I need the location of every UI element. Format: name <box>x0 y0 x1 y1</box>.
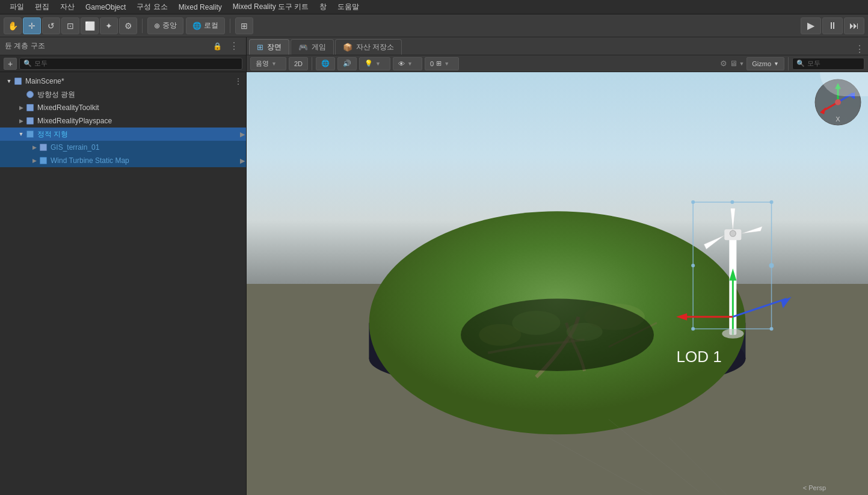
mode-2d-label: 2D <box>294 60 303 67</box>
hand-tool[interactable]: ✋ <box>4 17 22 34</box>
expand-wind-turbine[interactable]: ▶ <box>240 157 245 165</box>
lock-icon[interactable]: 🔒 <box>213 42 222 51</box>
hierarchy-tree: ▼ MainScene* ⋮ 방향성 광원 ▶ <box>0 72 246 495</box>
eye-icon: 👁 <box>398 60 405 67</box>
arrow-gis-terrain: ▶ <box>30 143 38 152</box>
scene-tab-icon: ⊞ <box>257 43 263 52</box>
svg-line-29 <box>669 437 729 495</box>
count-dropdown-icon: ▼ <box>444 61 454 67</box>
settings-icon: ⚙ <box>720 59 727 68</box>
scene-icon-eye[interactable]: 👁 ▼ <box>393 57 422 70</box>
main-content: 듄 계층 구조 🔒 ⋮ + 🔍 모두 ▼ <box>0 37 868 495</box>
icon-wind-turbine <box>38 156 48 165</box>
move-tool[interactable]: ✛ <box>23 17 41 34</box>
arrow-mrplayspace: ▶ <box>17 117 25 125</box>
toolbar-divider-1 <box>142 19 143 33</box>
label-gis-terrain: GIS_terrain_01 <box>51 143 99 152</box>
menu-bar: 파일 편집 자산 GameObject 구성 요소 Mixed Reality … <box>0 0 868 14</box>
hierarchy-add-btn[interactable]: + <box>4 58 17 70</box>
menu-mixed-reality-toolkit[interactable]: Mixed Reality 도구 키트 <box>228 1 314 13</box>
svg-point-7 <box>461 299 654 371</box>
local-icon: 🌐 <box>192 22 202 30</box>
svg-text:X: X <box>836 115 840 123</box>
game-tab-label: 게임 <box>312 42 326 52</box>
menu-help[interactable]: 도움말 <box>333 1 364 13</box>
icon-mrplayspace <box>25 116 35 126</box>
icon-mrkit <box>25 103 35 112</box>
menu-gameobject[interactable]: GameObject <box>81 2 131 13</box>
svg-point-10 <box>770 200 774 204</box>
tab-scene[interactable]: ⊞ 장면 <box>249 39 289 55</box>
asset-tab-label: 자산 저장소 <box>356 42 394 52</box>
rect-tool[interactable]: ⬜ <box>81 17 99 34</box>
scene-icon-light[interactable]: 💡 ▼ <box>359 57 390 70</box>
local-label: 로컬 <box>204 20 218 31</box>
count-icon-2: ⊞ <box>436 60 442 67</box>
menu-assets[interactable]: 자산 <box>55 1 79 13</box>
step-btn[interactable]: ⏭ <box>844 17 864 34</box>
tree-item-light[interactable]: 방향성 광원 <box>0 88 246 101</box>
menu-edit[interactable]: 편집 <box>30 1 54 13</box>
gizmo-select[interactable]: Gizmo ▼ <box>746 57 784 70</box>
svg-point-26 <box>722 329 743 339</box>
scene-panel-more[interactable]: ⋮ <box>851 43 868 55</box>
arrow-light <box>17 90 25 99</box>
rotate-tool[interactable]: ↺ <box>42 17 60 34</box>
transform-tool[interactable]: ✦ <box>100 17 118 34</box>
right-panel: ⊞ 장면 🎮 게임 📦 자산 저장소 ⋮ 음영 ▼ 2D 🌐 <box>247 37 868 495</box>
eye-dropdown-icon: ▼ <box>407 61 417 67</box>
scene-count-btn[interactable]: 0 ⊞ ▼ <box>425 57 459 70</box>
scene-icon-audio[interactable]: 🔊 <box>337 57 357 70</box>
svg-point-19 <box>730 230 736 236</box>
label-mrkit: MixedRealityToolkit <box>37 103 99 112</box>
icon-static-terrain <box>25 129 35 139</box>
scene-search-placeholder: 모두 <box>807 59 820 68</box>
tree-item-mrkit[interactable]: ▶ MixedRealityToolkit <box>0 101 246 114</box>
scale-tool[interactable]: ⊡ <box>61 17 79 34</box>
custom-tool[interactable]: ⊞ <box>235 17 253 34</box>
hierarchy-more[interactable]: ⋮ <box>227 40 241 52</box>
asset-tab-icon: 📦 <box>343 43 352 52</box>
menu-window[interactable]: 창 <box>315 1 331 13</box>
scene-toolbar-right: ⚙ 🖥 ▼ Gizmo ▼ 🔍 모두 <box>720 57 864 70</box>
hierarchy-search[interactable]: 🔍 모두 <box>19 58 242 70</box>
tree-item-gis-terrain[interactable]: ▶ GIS_terrain_01 <box>0 141 246 154</box>
shading-btn[interactable]: 음영 ▼ <box>250 57 286 70</box>
local-btn[interactable]: 🌐 로컬 <box>186 17 225 34</box>
scene-search-icon: 🔍 <box>796 60 805 67</box>
search-placeholder: 모두 <box>34 59 48 68</box>
tab-asset-store[interactable]: 📦 자산 저장소 <box>335 39 402 55</box>
scene-search[interactable]: 🔍 모두 <box>792 58 864 70</box>
hierarchy-panel: 듄 계층 구조 🔒 ⋮ + 🔍 모두 ▼ <box>0 37 246 495</box>
play-controls: ▶ ⏸ ⏭ <box>801 17 864 34</box>
game-tab-icon: 🎮 <box>298 43 308 52</box>
menu-file[interactable]: 파일 <box>5 1 29 13</box>
tree-item-mrplayspace[interactable]: ▶ MixedRealityPlayspace <box>0 114 246 128</box>
mode-2d-btn[interactable]: 2D <box>289 57 308 70</box>
icon-gis-terrain <box>38 143 48 152</box>
arrow-main-scene: ▼ <box>5 77 13 85</box>
count-icon: 0 <box>430 60 434 67</box>
tree-item-static-terrain[interactable]: ▼ 정적 지형 ▶ <box>0 128 246 141</box>
scene-icon-globe[interactable]: 🌐 <box>316 57 335 70</box>
pause-btn[interactable]: ⏸ <box>822 17 843 34</box>
more-main-scene[interactable]: ⋮ <box>234 76 242 86</box>
tree-item-wind-turbine[interactable]: ▶ Wind Turbine Static Map ▶ <box>0 154 246 167</box>
shading-label: 음영 <box>256 59 269 68</box>
icon-light <box>25 90 35 99</box>
menu-components[interactable]: 구성 요소 <box>132 1 172 13</box>
label-light: 방향성 광원 <box>37 90 75 100</box>
menu-mixed-reality[interactable]: Mixed Reality <box>174 2 227 13</box>
scene-viewport[interactable]: LOD 1 X < Persp <box>247 72 868 495</box>
misc-tool[interactable]: ⚙ <box>119 17 137 34</box>
svg-point-14 <box>769 263 774 268</box>
display-dropdown-icon: ▼ <box>739 61 744 67</box>
tree-item-main-scene[interactable]: ▼ MainScene* ⋮ <box>0 75 246 88</box>
hierarchy-title: 듄 계층 구조 <box>5 41 45 51</box>
gizmo-dropdown-icon: ▼ <box>774 61 779 67</box>
center-btn[interactable]: ⊕ 중앙 <box>147 17 183 34</box>
tab-game[interactable]: 🎮 게임 <box>291 39 334 55</box>
expand-static-terrain[interactable]: ▶ <box>240 131 245 138</box>
scene-toolbar-sep-2 <box>788 57 789 70</box>
play-btn[interactable]: ▶ <box>801 17 821 34</box>
